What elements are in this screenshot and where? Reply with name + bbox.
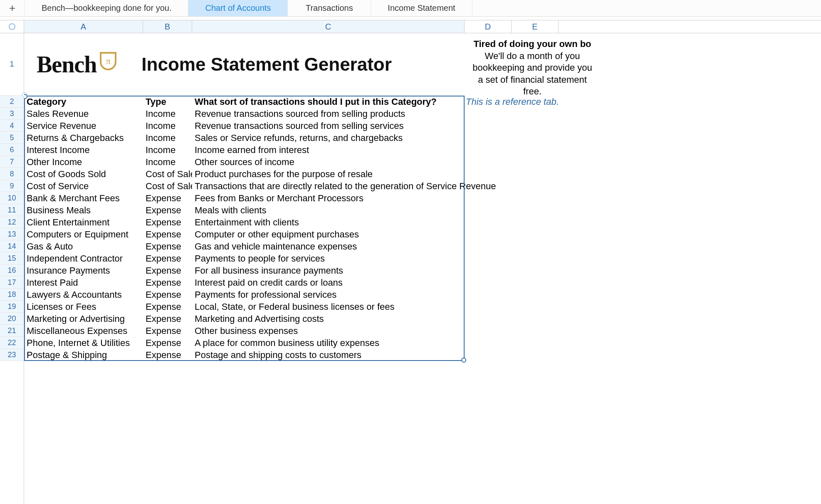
- cell-category: Other Income: [24, 157, 143, 168]
- table-row[interactable]: Marketing or AdvertisingExpenseMarketing…: [24, 313, 821, 325]
- row-header-1[interactable]: 1: [0, 33, 24, 96]
- row-header-5[interactable]: 5: [0, 132, 24, 144]
- table-row[interactable]: Computers or EquipmentExpenseComputer or…: [24, 228, 821, 240]
- table-row[interactable]: Interest IncomeIncomeIncome earned from …: [24, 144, 821, 156]
- sheet-grid[interactable]: Bench π Income Statement Generator Tired…: [24, 33, 821, 504]
- tab-strip: + Bench—bookkeeping done for you. Chart …: [0, 0, 821, 17]
- cell-desc: Product purchases for the purpose of res…: [192, 169, 465, 180]
- cell-type: Expense: [143, 193, 192, 204]
- row-header-18[interactable]: 18: [0, 289, 24, 301]
- row-header-6[interactable]: 6: [0, 144, 24, 156]
- tab-income-statement[interactable]: Income Statement: [371, 0, 472, 16]
- row-header-4[interactable]: 4: [0, 120, 24, 132]
- cell-desc: For all business insurance payments: [192, 265, 465, 276]
- row-number: 14: [7, 242, 16, 251]
- row-number: 1: [10, 60, 14, 69]
- row-header-8[interactable]: 8: [0, 168, 24, 180]
- row-header-12[interactable]: 12: [0, 216, 24, 228]
- row-number: 2: [10, 97, 14, 106]
- table-row[interactable]: Service RevenueIncomeRevenue transaction…: [24, 120, 821, 132]
- cell-type: Expense: [143, 217, 192, 228]
- table-row[interactable]: Bank & Merchant FeesExpenseFees from Ban…: [24, 192, 821, 204]
- row-number: 12: [7, 218, 16, 227]
- cell-category: Marketing or Advertising: [24, 314, 143, 324]
- row-header-15[interactable]: 15: [0, 252, 24, 264]
- table-row[interactable]: Client EntertainmentExpenseEntertainment…: [24, 216, 821, 228]
- row-header-19[interactable]: 19: [0, 301, 24, 313]
- row-header-22[interactable]: 22: [0, 337, 24, 349]
- cell-desc: Entertainment with clients: [192, 217, 465, 228]
- column-header-C[interactable]: C: [192, 20, 465, 33]
- cell-desc: Revenue transactions sourced from sellin…: [192, 109, 465, 119]
- cell-category: Licenses or Fees: [24, 301, 143, 312]
- column-header-row: A B C D E: [0, 20, 821, 33]
- row-header-3[interactable]: 3: [0, 108, 24, 120]
- table-row[interactable]: Insurance PaymentsExpenseFor all busines…: [24, 264, 821, 277]
- table-row[interactable]: Licenses or FeesExpenseLocal, State, or …: [24, 301, 821, 313]
- cell-type: Expense: [143, 229, 192, 240]
- row-number: 16: [7, 266, 16, 275]
- cell-type: Expense: [143, 338, 192, 348]
- cell-category: Cost of Service: [24, 181, 143, 192]
- column-header-A[interactable]: A: [24, 20, 143, 33]
- cell-type: Income: [143, 109, 192, 119]
- row-header-17[interactable]: 17: [0, 277, 24, 289]
- table-row[interactable]: Cost of Goods SoldCost of SalesProduct p…: [24, 168, 821, 180]
- cell-type: Income: [143, 157, 192, 168]
- table-row[interactable]: Business MealsExpenseMeals with clients: [24, 204, 821, 216]
- add-tab-button[interactable]: +: [0, 0, 25, 16]
- table-row[interactable]: Interest PaidExpenseInterest paid on cre…: [24, 277, 821, 289]
- table-row[interactable]: Independent ContractorExpensePayments to…: [24, 252, 821, 264]
- cell-desc: Payments for professional services: [192, 289, 465, 300]
- table-row[interactable]: Miscellaneous ExpensesExpenseOther busin…: [24, 325, 821, 337]
- row-header-11[interactable]: 11: [0, 204, 24, 216]
- table-row[interactable]: Sales RevenueIncomeRevenue transactions …: [24, 108, 821, 120]
- cell-desc: Gas and vehicle maintenance expenses: [192, 241, 465, 252]
- cell-category: Bank & Merchant Fees: [24, 193, 143, 204]
- row-header-14[interactable]: 14: [0, 240, 24, 252]
- row-number: 18: [7, 290, 16, 299]
- table-row[interactable]: Returns & ChargebacksIncomeSales or Serv…: [24, 132, 821, 144]
- row-number: 9: [10, 182, 14, 190]
- row-header-21[interactable]: 21: [0, 325, 24, 337]
- cell-type: Expense: [143, 253, 192, 264]
- table-row[interactable]: Other IncomeIncomeOther sources of incom…: [24, 156, 821, 168]
- column-header-E[interactable]: E: [512, 20, 559, 33]
- row-header-20[interactable]: 20: [0, 313, 24, 325]
- promo-line-3: bookkeeping and provide you: [466, 62, 599, 74]
- row-number: 8: [10, 170, 14, 178]
- column-header-D[interactable]: D: [465, 20, 512, 33]
- tab-label: Bench—bookkeeping done for you.: [42, 3, 171, 13]
- row-number: 22: [7, 338, 16, 347]
- cell-type: Cost of Sales: [143, 169, 192, 180]
- table-header-row[interactable]: Category Type What sort of transactions …: [24, 96, 821, 108]
- cell-desc: Revenue transactions sourced from sellin…: [192, 121, 465, 131]
- table-row[interactable]: Gas & AutoExpenseGas and vehicle mainten…: [24, 240, 821, 252]
- cell-type: Expense: [143, 301, 192, 312]
- row-header-23[interactable]: 23: [0, 349, 24, 361]
- row-header-2[interactable]: 2: [0, 96, 24, 108]
- cell-desc: Local, State, or Federal business licens…: [192, 301, 465, 312]
- row-header-10[interactable]: 10: [0, 192, 24, 204]
- cell-category: Miscellaneous Expenses: [24, 326, 143, 336]
- cell-desc: Other sources of income: [192, 157, 465, 168]
- cell-category: Independent Contractor: [24, 253, 143, 264]
- title-row: Bench π Income Statement Generator: [24, 33, 465, 96]
- row-header-7[interactable]: 7: [0, 156, 24, 168]
- table-row[interactable]: Lawyers & AccountantsExpensePayments for…: [24, 289, 821, 301]
- select-all-cell[interactable]: [0, 20, 24, 33]
- cell-category: Sales Revenue: [24, 109, 143, 119]
- tab-chart-of-accounts[interactable]: Chart of Accounts: [188, 0, 288, 16]
- column-header-B[interactable]: B: [143, 20, 192, 33]
- tab-transactions[interactable]: Transactions: [288, 0, 371, 16]
- table-row[interactable]: Cost of ServiceCost of SalesTransactions…: [24, 180, 821, 192]
- tab-bench[interactable]: Bench—bookkeeping done for you.: [25, 0, 188, 16]
- row-number: 7: [10, 158, 14, 166]
- cell-category: Interest Income: [24, 145, 143, 156]
- table-row[interactable]: Phone, Internet & UtilitiesExpenseA plac…: [24, 337, 821, 349]
- row-header-16[interactable]: 16: [0, 264, 24, 277]
- tab-label: Chart of Accounts: [205, 3, 271, 13]
- table-row[interactable]: Postage & ShippingExpensePostage and shi…: [24, 349, 821, 361]
- row-header-13[interactable]: 13: [0, 228, 24, 240]
- row-header-9[interactable]: 9: [0, 180, 24, 192]
